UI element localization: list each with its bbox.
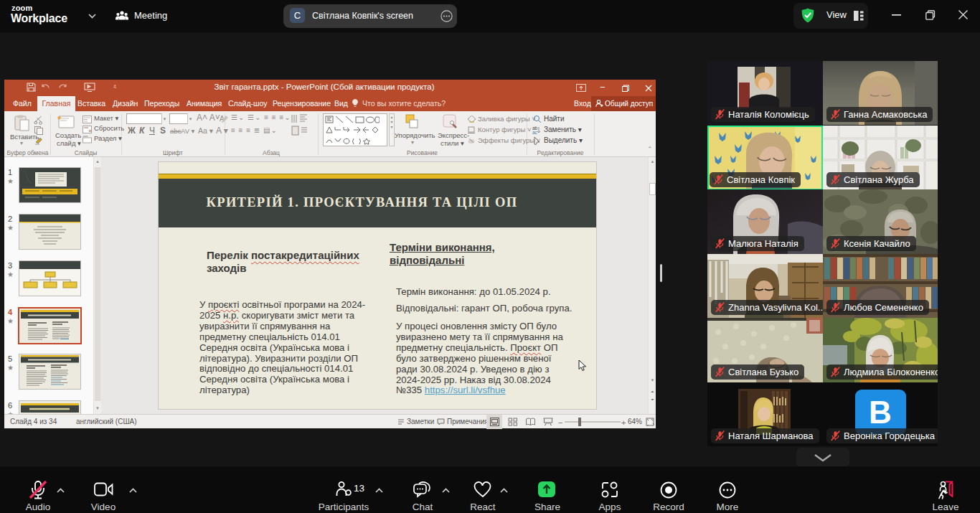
svg-text:B: B bbox=[869, 395, 892, 430]
svg-text:ac: ac bbox=[532, 130, 538, 134]
